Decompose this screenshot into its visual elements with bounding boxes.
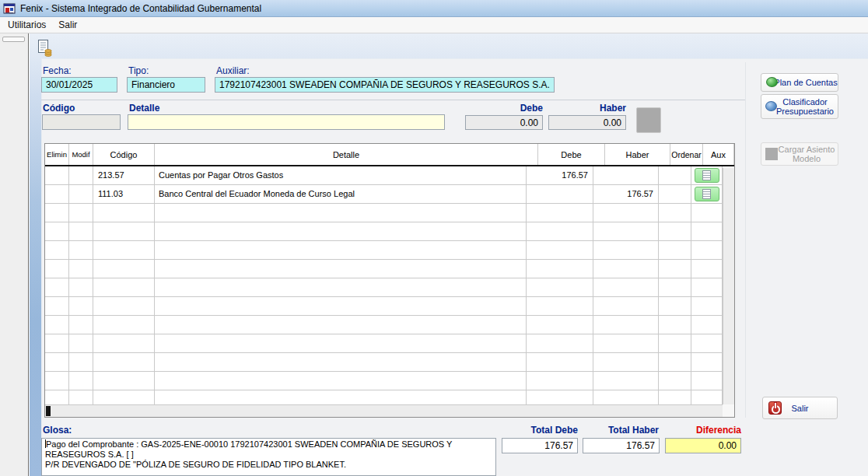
document-list-icon: [702, 170, 711, 180]
gray-square-icon: [765, 148, 778, 160]
col-header-modif[interactable]: Modif: [69, 144, 93, 165]
total-debe-field: 176.57: [502, 438, 578, 453]
tipo-label: Tipo:: [128, 65, 149, 76]
clasificador-label-line1: Clasificador: [782, 97, 827, 107]
cell-detalle: Cuentas por Pagar Otros Gastos: [155, 166, 527, 184]
cell-detalle: Banco Central del Ecuador Moneda de Curs…: [155, 185, 527, 203]
total-debe-label: Total Debe: [502, 425, 578, 436]
debe-entry-label: Debe: [465, 103, 543, 114]
cell-codigo: 111.03: [93, 185, 155, 203]
tipo-field[interactable]: Financiero: [127, 77, 205, 93]
table-body: 213.57 Cuentas por Pagar Otros Gastos 17…: [45, 166, 723, 409]
menu-utilitarios[interactable]: Utilitarios: [2, 17, 52, 33]
panel-expand-grip[interactable]: [2, 37, 25, 42]
table-row-empty[interactable]: [45, 222, 723, 241]
document-list-icon: [702, 189, 711, 199]
glosa-text-line2: P/R DEVENGADO DE "PÓLIZA DE SEGURO DE FI…: [45, 460, 346, 469]
cell-debe: [527, 185, 593, 203]
cell-haber: [593, 166, 659, 184]
save-voucher-button[interactable]: [34, 39, 54, 59]
horizontal-scrollbar[interactable]: [45, 404, 723, 417]
cell-haber: 176.57: [593, 185, 659, 203]
table-row[interactable]: 213.57 Cuentas por Pagar Otros Gastos 17…: [45, 166, 723, 185]
col-header-debe[interactable]: Debe: [538, 144, 605, 165]
table-row-empty[interactable]: [45, 316, 723, 334]
detalle-entry-field[interactable]: [128, 114, 445, 130]
table-row-empty[interactable]: [45, 334, 723, 353]
aux-detail-button[interactable]: [695, 187, 719, 201]
clasificador-label-line2: Presupuestario: [776, 107, 834, 116]
glosa-text-line1: Pago del Comprobante : GAS-2025-ENE-0001…: [45, 439, 452, 459]
menu-bar: Utilitarios Salir: [0, 17, 868, 33]
table-row-empty[interactable]: [45, 353, 723, 372]
table-row-empty[interactable]: [45, 297, 723, 316]
haber-entry-field: 0.00: [548, 115, 626, 130]
salir-label: Salir: [791, 404, 808, 413]
table-row-empty[interactable]: [45, 372, 723, 390]
separator-line: [41, 100, 745, 100]
horizontal-scrollbar-thumb[interactable]: [46, 406, 51, 416]
document-coins-icon: [37, 47, 53, 59]
debe-entry-field: 0.00: [465, 115, 543, 130]
add-line-button-disabled[interactable]: [636, 107, 661, 133]
diferencia-label: Diferencia: [665, 425, 741, 436]
entries-table: Elimin Modif Código Detalle Debe Haber O…: [44, 143, 735, 418]
table-row[interactable]: 111.03 Banco Central del Ecuador Moneda …: [45, 185, 723, 204]
cell-debe: 176.57: [527, 166, 593, 184]
fecha-label: Fecha:: [43, 65, 72, 76]
auxiliar-label: Auxiliar:: [216, 65, 250, 76]
scrollbar-corner: [723, 404, 734, 417]
total-haber-label: Total Haber: [583, 425, 659, 436]
blue-sphere-icon: [765, 101, 777, 111]
col-header-codigo[interactable]: Código: [93, 144, 155, 165]
cargar-label-line2: Modelo: [793, 154, 821, 163]
col-header-haber[interactable]: Haber: [605, 144, 670, 165]
left-collapsed-panel: [0, 33, 29, 476]
app-icon: [3, 2, 16, 15]
table-row-empty[interactable]: [45, 260, 723, 278]
table-row-empty[interactable]: [45, 204, 723, 222]
table-row-empty[interactable]: [45, 278, 723, 297]
glosa-label: Glosa:: [43, 425, 72, 436]
fecha-field[interactable]: 30/01/2025: [41, 77, 117, 93]
window-title: Fenix - Sistema Integrado de Contabilida…: [20, 3, 261, 14]
col-header-ordenar[interactable]: Ordenar: [670, 144, 703, 165]
red-power-icon: [768, 401, 782, 415]
table-row-empty[interactable]: [45, 241, 723, 260]
plan-de-cuentas-label: Plan de Cuentas: [774, 78, 837, 87]
haber-entry-label: Haber: [548, 103, 626, 114]
cell-codigo: 213.57: [93, 166, 155, 184]
table-header-row: Elimin Modif Código Detalle Debe Haber O…: [45, 144, 734, 166]
panel-divider: [745, 62, 746, 418]
cargar-label-line1: Cargar Asiento: [779, 145, 835, 154]
col-header-detalle[interactable]: Detalle: [155, 144, 538, 165]
aux-detail-button[interactable]: [695, 168, 719, 183]
title-bar: Fenix - Sistema Integrado de Contabilida…: [0, 0, 868, 17]
table-empty-rows: [45, 204, 723, 409]
green-sphere-icon: [766, 77, 778, 87]
detalle-entry-label: Detalle: [129, 103, 159, 114]
menu-salir[interactable]: Salir: [52, 17, 83, 33]
auxiliar-field[interactable]: 1792107423001 SWEADEN COMPAÑIA DE SEGURO…: [215, 77, 555, 93]
application-window: Fenix - Sistema Integrado de Contabilida…: [0, 0, 868, 476]
total-haber-field: 176.57: [583, 438, 660, 453]
diferencia-field: 0.00: [665, 438, 741, 453]
codigo-entry-label: Código: [43, 103, 75, 114]
vertical-scrollbar[interactable]: [723, 168, 734, 404]
col-header-aux[interactable]: Aux: [703, 144, 734, 165]
col-header-elimin[interactable]: Elimin: [45, 144, 69, 165]
codigo-entry-field[interactable]: [42, 114, 121, 130]
glosa-textarea[interactable]: Pago del Comprobante : GAS-2025-ENE-0001…: [41, 438, 496, 476]
